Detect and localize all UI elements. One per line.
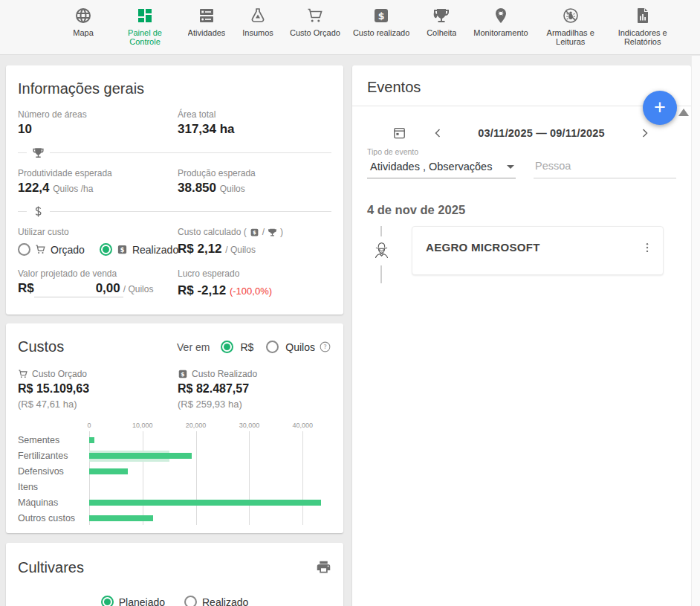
num-areas-value: 10 (18, 122, 178, 137)
trophy-icon (32, 146, 45, 159)
budget-cost-value: R$ 15.109,63 (18, 382, 178, 396)
total-area-value: 317,34 ha (178, 122, 331, 137)
radio-custo-realizado[interactable] (100, 243, 112, 256)
trophy-icon (268, 228, 277, 237)
svg-text:$: $ (181, 371, 184, 378)
dns-icon (198, 7, 215, 25)
nav-item-insumos[interactable]: Insumos (239, 7, 277, 37)
real-cost-label: Custo Realizado (192, 369, 257, 379)
sale-value-input[interactable] (34, 281, 123, 297)
costs-title: Custos (18, 323, 64, 355)
productivity-divider (18, 145, 331, 160)
sale-currency: R$ (18, 281, 34, 296)
events-divider (352, 106, 691, 106)
nav-item-colheita[interactable]: Colheita (422, 7, 461, 37)
cost-chart-plot: 010,00020,00030,00040,000 (89, 422, 331, 526)
chart-category-label: Sementes (18, 433, 89, 448)
print-icon[interactable] (316, 543, 331, 578)
productivity-label: Produtividade esperada (18, 168, 178, 178)
nav-item-armadilhas-e-leituras[interactable]: Armadilhas e Leituras (541, 7, 600, 46)
top-nav: Mapa Painel de Controle Atividades Insum… (0, 0, 700, 55)
general-info-title: Informações gerais (18, 65, 331, 97)
money-icon: $ (117, 244, 128, 255)
event-type-value: Atividades , Observações (370, 161, 492, 173)
money-icon: $ (250, 228, 259, 237)
nav-item-atividades[interactable]: Atividades (187, 7, 226, 37)
radio-planejado-label: Planejado (119, 596, 165, 606)
svg-text:$: $ (378, 10, 385, 22)
bar-realizado (89, 453, 192, 459)
event-type-select[interactable]: Atividades , Observações (367, 156, 516, 178)
add-event-fab[interactable]: + (643, 91, 677, 125)
production-label: Produção esperada (178, 168, 331, 178)
bar-realizado (89, 437, 94, 443)
cultivars-title: Cultivares (18, 544, 84, 576)
sale-unit: / Quilos (123, 284, 154, 294)
x-axis-tick: 10,000 (132, 422, 153, 429)
production-unit: Quilos (220, 184, 245, 194)
money-icon: $ (178, 369, 188, 379)
event-timeline (363, 226, 400, 283)
kebab-menu-icon[interactable] (641, 241, 654, 257)
chart-row (89, 464, 331, 480)
radio-view-kilos[interactable] (266, 341, 279, 353)
scroll-up-icon[interactable] (678, 109, 689, 116)
chevron-left-icon[interactable] (432, 129, 444, 138)
svg-text:$: $ (120, 246, 125, 254)
x-axis-tick: 40,000 (292, 422, 313, 429)
chevron-right-icon[interactable] (639, 129, 651, 138)
events-card: Eventos 03/11/2025 — 09/11/2025 Tipo de … (352, 65, 691, 606)
x-axis-tick: 30,000 (239, 422, 260, 429)
farmer-icon (372, 239, 392, 262)
event-title: AEGRO MICROSOFT (426, 241, 540, 254)
production-value: 38.850 (178, 181, 216, 195)
date-range-label[interactable]: 03/11/2025 — 09/11/2025 (478, 127, 605, 139)
dashboard-icon (136, 7, 154, 25)
real-cost-value: R$ 82.487,57 (178, 382, 331, 396)
profit-value: R$ -2,12 (178, 283, 226, 297)
chart-category-label: Defensivos (18, 464, 89, 480)
pin-bug-icon (492, 7, 510, 25)
nav-item-monitoramento[interactable]: Monitoramento (473, 7, 528, 37)
chart-category-label: Itens (18, 480, 89, 495)
chart-category-label: Outros custos (18, 511, 89, 526)
chart-row (89, 511, 331, 526)
chart-category-label: Fertilizantes (18, 448, 89, 464)
report-icon (634, 7, 652, 25)
nav-item-mapa[interactable]: Mapa (64, 7, 103, 37)
money-icon: $ (372, 7, 390, 25)
radio-view-currency[interactable] (221, 341, 233, 353)
nav-item-painel-de-controle[interactable]: Painel de Controle (115, 7, 175, 46)
bug-off-icon (562, 7, 580, 25)
event-card-aegro-microsoft[interactable]: AEGRO MICROSOFT (412, 226, 664, 275)
profit-label: Lucro esperado (178, 268, 331, 279)
flask-icon (249, 7, 267, 25)
globe-icon (74, 7, 92, 25)
radio-realizado-label: Realizado (132, 244, 178, 256)
nav-item-custo-orcado[interactable]: Custo Orçado (290, 7, 340, 37)
dollar-icon (32, 205, 45, 218)
sale-value-label: Valor projetado de venda (18, 268, 178, 279)
x-axis-tick: 20,000 (186, 422, 207, 429)
budget-cost-per-ha: (R$ 47,61 ha) (18, 399, 178, 410)
calendar-icon[interactable] (392, 126, 406, 140)
calc-cost-unit: / Quilos (225, 245, 256, 255)
chart-row (89, 480, 331, 495)
event-day-header: 4 de nov de 2025 (367, 203, 681, 217)
radio-planejado[interactable] (101, 596, 114, 606)
svg-text:$: $ (253, 229, 256, 236)
person-filter-input[interactable] (534, 155, 676, 178)
radio-cultivars-realizado-label: Realizado (202, 596, 248, 606)
cart-icon (18, 369, 28, 379)
radio-cultivars-realizado[interactable] (184, 596, 197, 606)
total-area-label: Área total (178, 109, 331, 120)
chart-category-labels: SementesFertilizantesDefensivosItensMáqu… (18, 422, 89, 526)
use-cost-label: Utilizar custo (18, 227, 178, 237)
costs-card: Custos Ver em R$ Quilos ? Custo Orçado R… (6, 323, 343, 533)
trophy-icon (432, 7, 450, 25)
nav-item-indicadores-e-relatorios[interactable]: Indicadores e Relatórios (613, 7, 673, 46)
scrollbar-track[interactable] (691, 56, 700, 606)
radio-custo-orcado[interactable] (18, 243, 30, 256)
help-icon[interactable]: ? (319, 341, 331, 353)
nav-item-custo-realizado[interactable]: $ Custo realizado (353, 7, 409, 37)
